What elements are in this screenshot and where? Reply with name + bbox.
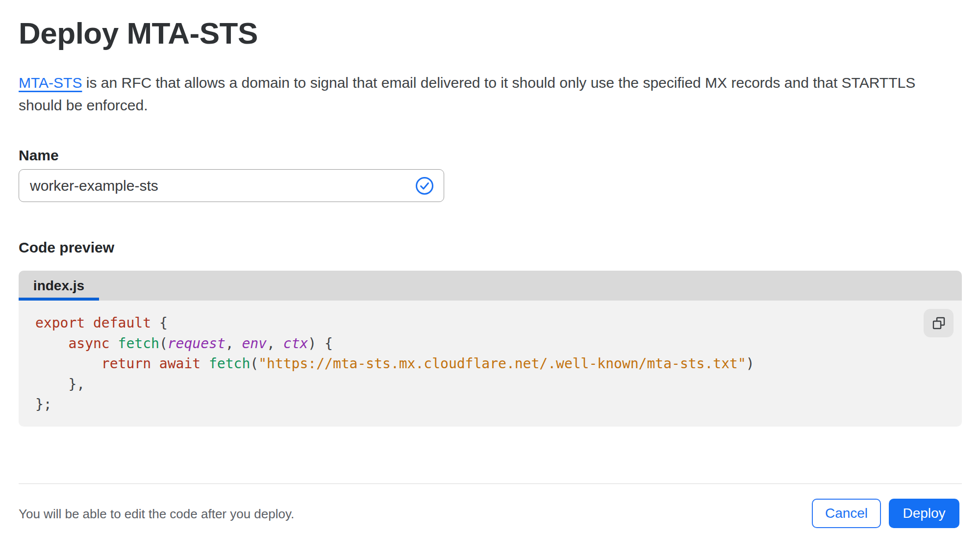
description-text: is an RFC that allows a domain to signal… — [19, 75, 915, 113]
code-lines: export default { async fetch(request, en… — [35, 313, 945, 415]
tab-label: index.js — [33, 278, 84, 294]
copy-button[interactable] — [924, 309, 954, 337]
footer-divider — [19, 483, 962, 484]
code-line: }, — [35, 374, 945, 395]
code-line: export default { — [35, 313, 945, 333]
mta-sts-link[interactable]: MTA-STS — [19, 75, 82, 91]
name-input-wrap — [19, 169, 444, 202]
page-title: Deploy MTA-STS — [19, 16, 258, 51]
code-line: async fetch(request, env, ctx) { — [35, 333, 945, 354]
name-label: Name — [19, 147, 59, 164]
code-preview-block: export default { async fetch(request, en… — [19, 301, 962, 427]
tab-index-js[interactable]: index.js — [19, 271, 99, 301]
code-line: return await fetch("https://mta-sts.mx.c… — [35, 354, 945, 374]
deploy-button[interactable]: Deploy — [889, 499, 959, 528]
code-preview-label: Code preview — [19, 239, 114, 256]
copy-icon — [931, 315, 947, 331]
name-input[interactable] — [19, 169, 444, 202]
footer-note: You will be able to edit the code after … — [19, 507, 294, 522]
footer-buttons: Cancel Deploy — [812, 499, 959, 528]
description: MTA-STS is an RFC that allows a domain t… — [19, 72, 955, 117]
code-line: }; — [35, 394, 945, 415]
cancel-button[interactable]: Cancel — [812, 499, 881, 528]
deploy-mta-sts-page: Deploy MTA-STS MTA-STS is an RFC that al… — [0, 0, 980, 558]
code-preview-tabbar: index.js — [19, 271, 962, 301]
